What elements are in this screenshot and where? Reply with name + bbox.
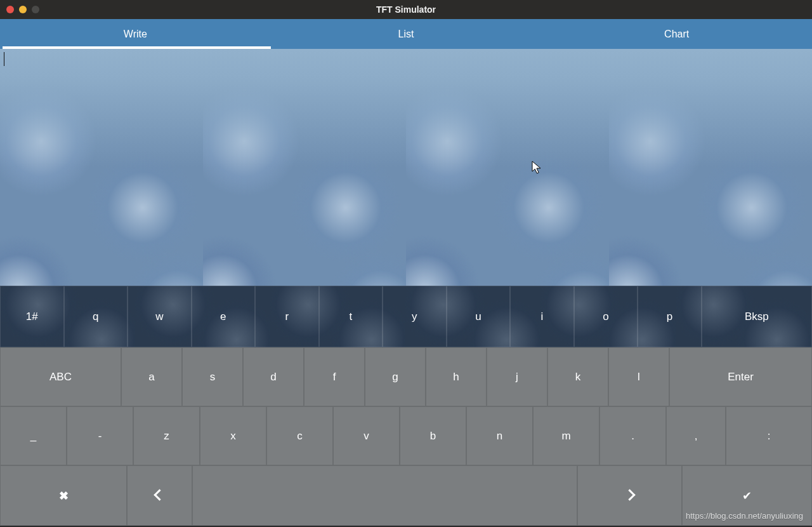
minimize-window-icon[interactable] xyxy=(19,6,27,13)
chevron-left-icon xyxy=(155,490,164,502)
key-x[interactable]: x xyxy=(200,406,266,465)
keyboard-gray-area: ABC a s d f g h j k l Enter _ - z x c v … xyxy=(0,347,812,526)
key-j-label: j xyxy=(516,371,518,384)
key-enter[interactable]: Enter xyxy=(669,347,812,406)
key-o-label: o xyxy=(603,310,608,323)
key-i[interactable]: i xyxy=(510,286,574,347)
key-period-label: . xyxy=(631,430,634,443)
key-f-label: f xyxy=(333,371,336,384)
keyboard-row-2: ABC a s d f g h j k l Enter xyxy=(0,347,812,406)
keyboard-row-4: ✖ ✔ https://blog.csdn.net/anyuliuxing xyxy=(0,465,812,526)
key-z-label: z xyxy=(164,430,169,443)
key-underscore[interactable]: _ xyxy=(0,406,67,465)
key-p-label: p xyxy=(667,310,672,323)
key-p[interactable]: p xyxy=(638,286,702,347)
key-i-label: i xyxy=(540,310,543,323)
key-r[interactable]: r xyxy=(255,286,319,347)
key-d-label: d xyxy=(270,371,276,384)
key-v[interactable]: v xyxy=(333,406,400,465)
key-w-label: w xyxy=(155,310,163,323)
text-caret xyxy=(4,52,4,66)
keyboard-row-3: _ - z x c v b n m . , : xyxy=(0,406,812,465)
key-right[interactable] xyxy=(577,465,682,526)
tab-chart-label: Chart xyxy=(664,29,689,40)
key-w[interactable]: w xyxy=(128,286,192,347)
tab-write-label: Write xyxy=(124,29,147,40)
key-z[interactable]: z xyxy=(133,406,200,465)
editor-canvas[interactable] xyxy=(0,49,812,286)
chevron-right-icon xyxy=(625,490,634,502)
key-space[interactable] xyxy=(192,465,577,526)
key-f[interactable]: f xyxy=(304,347,365,406)
check-icon: ✔ xyxy=(742,489,752,503)
tab-list-label: List xyxy=(398,29,414,40)
key-n[interactable]: n xyxy=(466,406,533,465)
key-backspace-label: Bksp xyxy=(745,310,769,323)
key-comma[interactable]: , xyxy=(666,406,726,465)
key-r-label: r xyxy=(285,310,289,323)
mouse-cursor-icon xyxy=(532,161,543,175)
key-a-label: a xyxy=(148,371,154,384)
key-j[interactable]: j xyxy=(487,347,547,406)
key-s-label: s xyxy=(210,371,216,384)
key-v-label: v xyxy=(363,430,369,443)
keyboard-row-1: 1# q w e r t y u i o p Bksp xyxy=(0,286,812,347)
key-hyphen-label: - xyxy=(98,430,102,443)
key-y-label: y xyxy=(412,310,417,323)
tab-chart[interactable]: Chart xyxy=(541,19,812,49)
tab-bar: Write List Chart xyxy=(0,19,812,49)
key-x-label: x xyxy=(230,430,236,443)
tab-write[interactable]: Write xyxy=(0,19,271,49)
key-colon-label: : xyxy=(768,430,771,443)
key-g[interactable]: g xyxy=(365,347,426,406)
key-underscore-label: _ xyxy=(30,430,36,443)
key-numsym-label: 1# xyxy=(26,310,38,323)
key-h-label: h xyxy=(453,371,459,384)
key-k-label: k xyxy=(575,371,581,384)
tab-list[interactable]: List xyxy=(271,19,542,49)
key-b-label: b xyxy=(430,430,436,443)
key-t-label: t xyxy=(349,310,352,323)
key-g-label: g xyxy=(392,371,398,384)
key-colon[interactable]: : xyxy=(726,406,812,465)
key-t[interactable]: t xyxy=(319,286,383,347)
key-h[interactable]: h xyxy=(426,347,487,406)
key-c[interactable]: c xyxy=(266,406,333,465)
key-o[interactable]: o xyxy=(574,286,638,347)
key-enter-label: Enter xyxy=(728,371,754,384)
key-period[interactable]: . xyxy=(599,406,666,465)
key-u-label: u xyxy=(475,310,481,323)
key-comma-label: , xyxy=(695,430,698,443)
key-b[interactable]: b xyxy=(400,406,466,465)
window-controls xyxy=(0,6,39,13)
key-q[interactable]: q xyxy=(64,286,128,347)
key-m-label: m xyxy=(561,430,570,443)
key-a[interactable]: a xyxy=(121,347,182,406)
key-backspace[interactable]: Bksp xyxy=(702,286,812,347)
key-shift-label: ABC xyxy=(49,371,72,384)
key-numsym[interactable]: 1# xyxy=(0,286,64,347)
key-e-label: e xyxy=(220,310,226,323)
key-q-label: q xyxy=(93,310,98,323)
key-l[interactable]: l xyxy=(608,347,669,406)
close-window-icon[interactable] xyxy=(6,6,14,13)
key-close[interactable]: ✖ xyxy=(0,465,127,526)
key-l-label: l xyxy=(638,371,640,384)
key-c-label: c xyxy=(297,430,303,443)
key-n-label: n xyxy=(497,430,502,443)
close-icon: ✖ xyxy=(59,489,69,503)
key-s[interactable]: s xyxy=(182,347,243,406)
key-shift[interactable]: ABC xyxy=(0,347,121,406)
key-m[interactable]: m xyxy=(533,406,599,465)
maximize-window-icon[interactable] xyxy=(32,6,39,13)
key-left[interactable] xyxy=(127,465,192,526)
title-bar: TFT Simulator xyxy=(0,0,812,19)
key-hyphen[interactable]: - xyxy=(67,406,133,465)
key-d[interactable]: d xyxy=(243,347,304,406)
key-y[interactable]: y xyxy=(383,286,447,347)
key-u[interactable]: u xyxy=(447,286,511,347)
window-title: TFT Simulator xyxy=(376,4,436,15)
key-k[interactable]: k xyxy=(547,347,608,406)
watermark: https://blog.csdn.net/anyuliuxing xyxy=(686,511,803,521)
key-e[interactable]: e xyxy=(192,286,256,347)
